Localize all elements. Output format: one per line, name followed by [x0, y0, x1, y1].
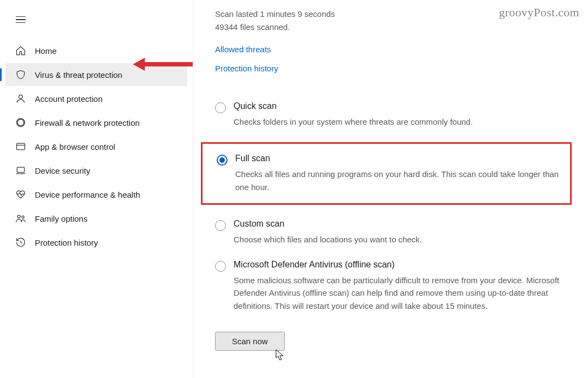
option-title: Quick scan — [234, 101, 566, 111]
highlight-annotation: Full scan Checks all files and running p… — [201, 142, 572, 205]
laptop-icon — [15, 165, 26, 176]
svg-rect-3 — [17, 167, 24, 172]
scan-option-offline[interactable]: Microsoft Defender Antivirus (offline sc… — [215, 260, 566, 312]
option-description: Choose which files and locations you wan… — [234, 233, 566, 246]
sidebar-item-firewall[interactable]: Firewall & network protection — [5, 111, 187, 134]
allowed-threats-link[interactable]: Allowed threats — [215, 45, 271, 54]
scan-option-custom[interactable]: Custom scan Choose which files and locat… — [215, 219, 566, 246]
option-title: Microsoft Defender Antivirus (offline sc… — [234, 260, 566, 270]
scan-files-text: 49344 files scanned. — [215, 21, 566, 34]
links-section: Allowed threats Protection history — [215, 45, 566, 73]
main-content: Scan lasted 1 minutes 9 seconds 49344 fi… — [193, 0, 588, 378]
sidebar-item-virus-threat[interactable]: Virus & threat protection — [5, 63, 187, 86]
sidebar: Home Virus & threat protection Account p… — [0, 0, 193, 378]
radio-offline-scan[interactable] — [215, 261, 226, 272]
svg-rect-1 — [17, 143, 25, 150]
radio-full-scan[interactable] — [217, 155, 228, 166]
option-title: Custom scan — [234, 219, 566, 229]
sidebar-item-app-browser[interactable]: App & browser control — [5, 135, 187, 158]
shield-icon — [15, 69, 26, 80]
signal-icon — [15, 117, 26, 128]
sidebar-item-label: Family options — [35, 214, 88, 223]
option-description: Checks folders in your system where thre… — [234, 115, 566, 128]
history-icon — [15, 237, 26, 248]
watermark-text: groovyPost.com — [499, 5, 579, 20]
person-icon — [15, 93, 26, 104]
protection-history-link[interactable]: Protection history — [215, 64, 278, 73]
option-description: Checks all files and running programs on… — [235, 168, 564, 193]
sidebar-item-account-protection[interactable]: Account protection — [5, 87, 187, 110]
option-title: Full scan — [235, 154, 564, 163]
sidebar-item-label: Account protection — [35, 94, 102, 103]
app-icon — [15, 141, 26, 152]
sidebar-item-label: Firewall & network protection — [35, 118, 140, 127]
svg-point-6 — [22, 216, 24, 218]
svg-point-5 — [17, 215, 20, 218]
home-icon — [15, 45, 26, 56]
heart-pulse-icon — [15, 189, 26, 200]
sidebar-item-label: Device security — [35, 166, 90, 175]
sidebar-item-label: Protection history — [35, 238, 98, 247]
scan-now-button[interactable]: Scan now — [215, 332, 285, 351]
sidebar-item-label: App & browser control — [35, 142, 115, 151]
svg-point-0 — [19, 95, 23, 99]
option-description: Some malicious software can be particula… — [234, 274, 566, 312]
scan-options: Quick scan Checks folders in your system… — [215, 101, 566, 312]
sidebar-item-device-security[interactable]: Device security — [5, 159, 187, 182]
nav-list: Home Virus & threat protection Account p… — [5, 39, 187, 254]
radio-quick-scan[interactable] — [215, 102, 226, 113]
radio-custom-scan[interactable] — [215, 220, 226, 231]
sidebar-item-label: Virus & threat protection — [35, 70, 122, 80]
sidebar-item-protection-history[interactable]: Protection history — [5, 231, 187, 254]
sidebar-item-label: Device performance & health — [35, 190, 140, 199]
scan-option-quick[interactable]: Quick scan Checks folders in your system… — [215, 101, 566, 128]
sidebar-item-home[interactable]: Home — [5, 39, 187, 62]
people-icon — [15, 213, 26, 224]
scan-option-full[interactable]: Full scan Checks all files and running p… — [217, 154, 564, 193]
sidebar-item-device-performance[interactable]: Device performance & health — [5, 183, 187, 206]
sidebar-item-family-options[interactable]: Family options — [5, 207, 187, 230]
sidebar-item-label: Home — [35, 46, 57, 56]
menu-toggle-button[interactable] — [11, 10, 30, 29]
